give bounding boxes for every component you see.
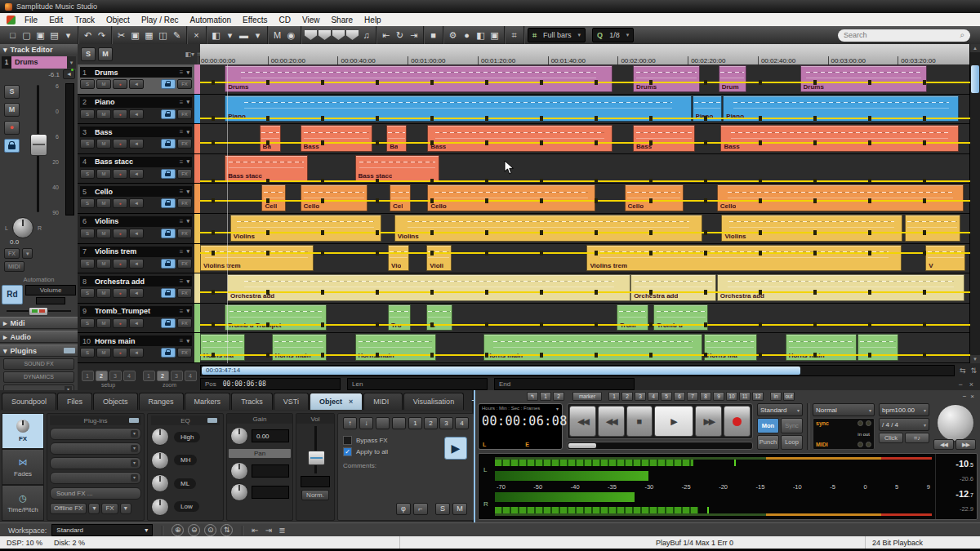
fx-button[interactable]: FX <box>177 169 192 179</box>
click-button[interactable]: Click <box>879 433 903 443</box>
track-header-3[interactable]: 3Bass≡▾SM●◄FX <box>78 124 200 154</box>
record-button[interactable]: ● <box>113 109 127 119</box>
marker-in-button[interactable]: in <box>770 392 782 401</box>
automation-line[interactable] <box>200 82 970 83</box>
pan-left-field[interactable] <box>252 464 289 478</box>
lock-button[interactable] <box>161 79 176 89</box>
next-object-icon[interactable]: ↓ <box>359 417 373 429</box>
volume-fader-handle[interactable] <box>30 134 47 156</box>
marker-4-button[interactable]: 4 <box>648 392 659 401</box>
menu-object[interactable]: Object <box>100 16 136 24</box>
new-file-icon[interactable]: □ <box>7 29 19 42</box>
metronome-button[interactable]: ⌗♪ <box>905 433 929 443</box>
zoom-in-icon[interactable]: ⊕ <box>172 524 184 536</box>
marker-10-button[interactable]: 10 <box>726 392 737 401</box>
play-mode-select[interactable]: Standard▾ <box>757 403 803 416</box>
position-slider[interactable] <box>567 442 753 450</box>
shield-solo-icon[interactable] <box>318 30 331 40</box>
link-right-icon[interactable]: ⇥ <box>408 29 420 42</box>
speaker-icon[interactable]: ◄ <box>129 139 144 149</box>
menu-effects[interactable]: Effects <box>237 16 273 24</box>
cd-icon[interactable]: ◉ <box>285 29 297 42</box>
monitoring-icon[interactable]: ◧ <box>474 29 487 42</box>
cut-icon[interactable]: ✂ <box>115 29 127 42</box>
object-mode-more-icon[interactable]: ▾ <box>252 29 264 42</box>
eq-toggle[interactable] <box>207 418 217 423</box>
solo-button[interactable]: S <box>80 79 95 89</box>
record-button[interactable]: ● <box>113 198 127 208</box>
shield-auto-icon[interactable] <box>346 30 359 40</box>
preset-3-button[interactable]: 3 <box>439 417 453 429</box>
gain-knob[interactable] <box>230 427 248 445</box>
vertical-scrollbar-thumb[interactable] <box>971 65 979 93</box>
plugin-slot[interactable]: ▾ <box>50 442 141 455</box>
mute-button[interactable]: M <box>96 348 111 358</box>
open-folder-icon[interactable]: ▢ <box>20 29 33 42</box>
automation-menu-icon[interactable]: ≡ <box>180 128 184 136</box>
marker-12-button[interactable]: 12 <box>752 392 764 401</box>
preview-play-button[interactable]: ▶ <box>444 437 467 460</box>
speaker-icon[interactable]: ◄ <box>129 288 144 298</box>
menu-play-rec[interactable]: Play / Rec <box>136 16 185 24</box>
pan-left-knob[interactable] <box>230 462 248 480</box>
zoom-preset-2[interactable]: 2 <box>157 371 169 381</box>
window-layout-icon[interactable]: ▣ <box>488 29 501 42</box>
chevron-down-icon[interactable]: ▾ <box>186 189 189 195</box>
audio-clip[interactable]: Bass <box>301 125 373 152</box>
object-mute-button[interactable]: M <box>452 503 467 515</box>
audio-clip[interactable]: Bass <box>427 125 612 152</box>
automation-line[interactable] <box>200 354 970 356</box>
object-volume-field[interactable] <box>301 476 330 487</box>
scroll-down-icon[interactable]: ▼ <box>970 355 980 363</box>
automation-line[interactable] <box>200 291 970 293</box>
mute-button[interactable]: M <box>96 139 111 149</box>
fx-button[interactable]: FX <box>177 259 192 269</box>
forward-button[interactable]: ▶▶ <box>695 406 722 437</box>
plugin-slot[interactable]: ▾ <box>50 457 141 469</box>
pan-right-field[interactable] <box>252 486 289 499</box>
midi-editor-icon[interactable]: M <box>271 29 283 42</box>
lane-drums[interactable]: DrumsDrumsDrumDrums <box>200 64 970 95</box>
record-options-icon[interactable]: ● <box>461 29 473 42</box>
rewind-button[interactable]: ◀◀ <box>598 406 625 437</box>
solo-button[interactable]: S <box>80 198 95 208</box>
lane-tromb-trumpet[interactable]: Tromb u TrumpetTroTrTromTromb u <box>200 304 970 334</box>
chevron-down-icon[interactable]: ▾ <box>186 129 189 136</box>
audio-clip[interactable] <box>905 215 960 242</box>
tab-soundpool[interactable]: Soundpool <box>2 393 56 410</box>
nudge-back-button[interactable]: ◀◀ <box>933 439 954 450</box>
search-input[interactable]: Search ⌕ <box>838 29 970 42</box>
mute-button[interactable]: M <box>96 169 111 179</box>
unlock-button[interactable]: ⌐ <box>413 503 428 515</box>
chevron-down-icon[interactable]: ▾ <box>67 56 76 69</box>
prev-object-icon[interactable]: ↑ <box>343 417 357 429</box>
record-mode-select[interactable]: Normal▾ <box>813 403 875 416</box>
gain-value-field[interactable]: 0.00 <box>252 429 289 442</box>
close-tab-icon[interactable]: × <box>349 393 353 410</box>
fx-button[interactable]: FX <box>177 139 192 149</box>
automation-menu-icon[interactable]: ≡ <box>180 158 184 166</box>
track-header-6[interactable]: 6Violins≡▾SM●◄FX <box>78 214 200 244</box>
speaker-icon[interactable]: ◄ <box>129 109 144 119</box>
tab-object-editor[interactable]: Object Editor× <box>310 393 363 410</box>
end-field[interactable]: End <box>494 378 635 390</box>
solo-button[interactable]: S <box>80 169 95 179</box>
automation-line[interactable] <box>200 232 970 233</box>
chevron-down-icon[interactable]: ▾ <box>186 218 189 224</box>
audio-clip[interactable]: Vio <box>388 245 409 272</box>
timeline-ruler[interactable]: 00:00:00:0000:00:20:0000:00:40:0000:01:0… <box>200 44 970 67</box>
marker-5-button[interactable]: 5 <box>661 392 672 401</box>
eq-knob[interactable] <box>151 474 169 492</box>
solo-button[interactable]: S <box>80 318 95 328</box>
eq-knob[interactable] <box>151 428 169 446</box>
delete-icon[interactable]: × <box>190 29 203 42</box>
marker-9-button[interactable]: 9 <box>713 392 724 401</box>
lock-button[interactable] <box>161 318 176 328</box>
mute-button[interactable]: M <box>4 103 20 117</box>
object-mode-icon[interactable]: ▬ <box>238 29 250 42</box>
record-button[interactable]: ● <box>113 348 127 358</box>
stop-icon[interactable]: ■ <box>427 29 439 42</box>
plugin-slot[interactable]: ▾ <box>50 472 141 484</box>
preset-1-button[interactable]: 1 <box>408 417 422 429</box>
pan-knob[interactable] <box>12 217 33 238</box>
